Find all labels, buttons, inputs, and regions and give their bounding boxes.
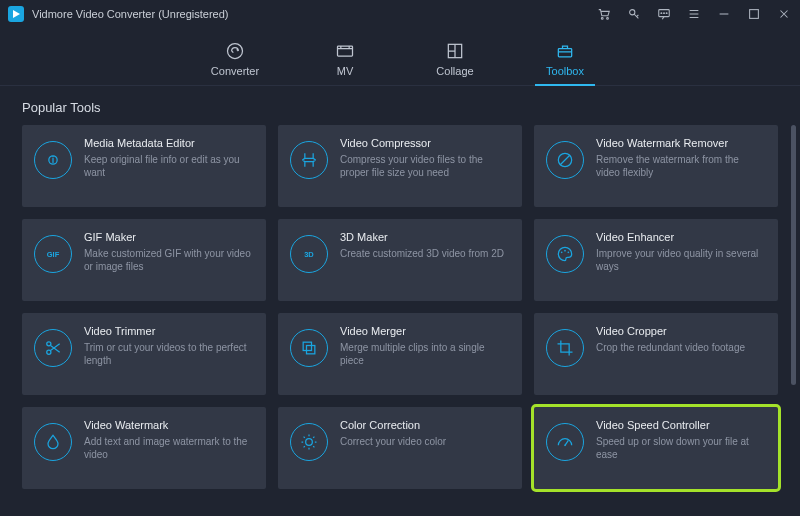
- mv-icon: [335, 41, 355, 61]
- palette-icon: [546, 235, 584, 273]
- app-title: Vidmore Video Converter (Unregistered): [32, 8, 596, 20]
- tool-card[interactable]: Video TrimmerTrim or cut your videos to …: [22, 313, 266, 395]
- tab-label: Toolbox: [546, 65, 584, 77]
- merge-icon: [290, 329, 328, 367]
- crop-icon: [546, 329, 584, 367]
- toolbox-icon: [555, 41, 575, 61]
- tool-title: Media Metadata Editor: [84, 137, 252, 149]
- main-tabs: Converter MV Collage Toolbox: [0, 28, 800, 86]
- tool-desc: Improve your video quality in several wa…: [596, 247, 764, 273]
- scrollbar[interactable]: [791, 125, 796, 385]
- tool-text: Video Watermark RemoverRemove the waterm…: [596, 137, 764, 195]
- tool-title: Video Watermark: [84, 419, 252, 431]
- tool-title: Video Cropper: [596, 325, 764, 337]
- tab-label: MV: [337, 65, 354, 77]
- tab-toolbox[interactable]: Toolbox: [535, 41, 595, 85]
- tool-desc: Merge multiple clips into a single piece: [340, 341, 508, 367]
- tool-title: Video Enhancer: [596, 231, 764, 243]
- svg-rect-12: [558, 49, 571, 57]
- info-icon: [34, 141, 72, 179]
- sun-icon: [290, 423, 328, 461]
- svg-point-1: [601, 18, 603, 20]
- tool-title: GIF Maker: [84, 231, 252, 243]
- tool-title: Video Watermark Remover: [596, 137, 764, 149]
- tool-desc: Correct your video color: [340, 435, 508, 448]
- svg-point-7: [666, 13, 667, 14]
- svg-rect-8: [750, 10, 759, 19]
- tool-desc: Keep original file info or edit as you w…: [84, 153, 252, 179]
- tool-title: Video Compressor: [340, 137, 508, 149]
- drop-icon: [34, 423, 72, 461]
- section-title: Popular Tools: [0, 86, 800, 125]
- tab-label: Collage: [436, 65, 473, 77]
- tool-text: Video EnhancerImprove your video quality…: [596, 231, 764, 289]
- tool-text: GIF MakerMake customized GIF with your v…: [84, 231, 252, 289]
- tool-text: Video WatermarkAdd text and image waterm…: [84, 419, 252, 477]
- tool-card[interactable]: Video WatermarkAdd text and image waterm…: [22, 407, 266, 489]
- tool-text: 3D MakerCreate customized 3D video from …: [340, 231, 508, 289]
- key-icon[interactable]: [626, 6, 642, 22]
- tool-card[interactable]: Video CropperCrop the redundant video fo…: [534, 313, 778, 395]
- tool-title: Video Merger: [340, 325, 508, 337]
- tool-text: Media Metadata EditorKeep original file …: [84, 137, 252, 195]
- tool-card[interactable]: Color CorrectionCorrect your video color: [278, 407, 522, 489]
- wm-remove-icon: [546, 141, 584, 179]
- tools-area: Media Metadata EditorKeep original file …: [0, 125, 800, 516]
- tool-card[interactable]: Video Watermark RemoverRemove the waterm…: [534, 125, 778, 207]
- tool-title: Video Trimmer: [84, 325, 252, 337]
- tool-desc: Trim or cut your videos to the perfect l…: [84, 341, 252, 367]
- tool-desc: Create customized 3D video from 2D: [340, 247, 508, 260]
- svg-rect-10: [338, 46, 353, 56]
- svg-point-5: [661, 13, 662, 14]
- menu-icon[interactable]: [686, 6, 702, 22]
- tab-mv[interactable]: MV: [315, 41, 375, 85]
- maximize-icon[interactable]: [746, 6, 762, 22]
- tool-title: 3D Maker: [340, 231, 508, 243]
- svg-marker-0: [13, 10, 20, 18]
- tool-card[interactable]: Video CompressorCompress your video file…: [278, 125, 522, 207]
- speed-icon: [546, 423, 584, 461]
- close-icon[interactable]: [776, 6, 792, 22]
- tool-text: Video CropperCrop the redundant video fo…: [596, 325, 764, 383]
- title-bar: Vidmore Video Converter (Unregistered): [0, 0, 800, 28]
- scissors-icon: [34, 329, 72, 367]
- tool-desc: Crop the redundant video footage: [596, 341, 764, 354]
- svg-point-9: [228, 44, 243, 59]
- tab-converter[interactable]: Converter: [205, 41, 265, 85]
- tool-desc: Make customized GIF with your video or i…: [84, 247, 252, 273]
- tool-text: Color CorrectionCorrect your video color: [340, 419, 508, 477]
- converter-icon: [225, 41, 245, 61]
- tool-text: Video CompressorCompress your video file…: [340, 137, 508, 195]
- svg-point-6: [664, 13, 665, 14]
- app-logo: [8, 6, 24, 22]
- cart-icon[interactable]: [596, 6, 612, 22]
- window-controls: [596, 6, 792, 22]
- gif-icon: [34, 235, 72, 273]
- tools-grid: Media Metadata EditorKeep original file …: [22, 125, 782, 489]
- compress-icon: [290, 141, 328, 179]
- tool-desc: Remove the watermark from the video flex…: [596, 153, 764, 179]
- tool-desc: Compress your video files to the proper …: [340, 153, 508, 179]
- 3d-icon: [290, 235, 328, 273]
- svg-point-2: [607, 18, 609, 20]
- tool-card[interactable]: Video Speed ControllerSpeed up or slow d…: [534, 407, 778, 489]
- tool-title: Color Correction: [340, 419, 508, 431]
- tool-card[interactable]: Video MergerMerge multiple clips into a …: [278, 313, 522, 395]
- tool-title: Video Speed Controller: [596, 419, 764, 431]
- tool-card[interactable]: GIF MakerMake customized GIF with your v…: [22, 219, 266, 301]
- tool-desc: Add text and image watermark to the vide…: [84, 435, 252, 461]
- minimize-icon[interactable]: [716, 6, 732, 22]
- tool-text: Video MergerMerge multiple clips into a …: [340, 325, 508, 383]
- feedback-icon[interactable]: [656, 6, 672, 22]
- tool-text: Video TrimmerTrim or cut your videos to …: [84, 325, 252, 383]
- tab-label: Converter: [211, 65, 259, 77]
- collage-icon: [445, 41, 465, 61]
- tool-card[interactable]: Video EnhancerImprove your video quality…: [534, 219, 778, 301]
- tool-card[interactable]: Media Metadata EditorKeep original file …: [22, 125, 266, 207]
- tool-text: Video Speed ControllerSpeed up or slow d…: [596, 419, 764, 477]
- tab-collage[interactable]: Collage: [425, 41, 485, 85]
- tool-desc: Speed up or slow down your file at ease: [596, 435, 764, 461]
- tool-card[interactable]: 3D MakerCreate customized 3D video from …: [278, 219, 522, 301]
